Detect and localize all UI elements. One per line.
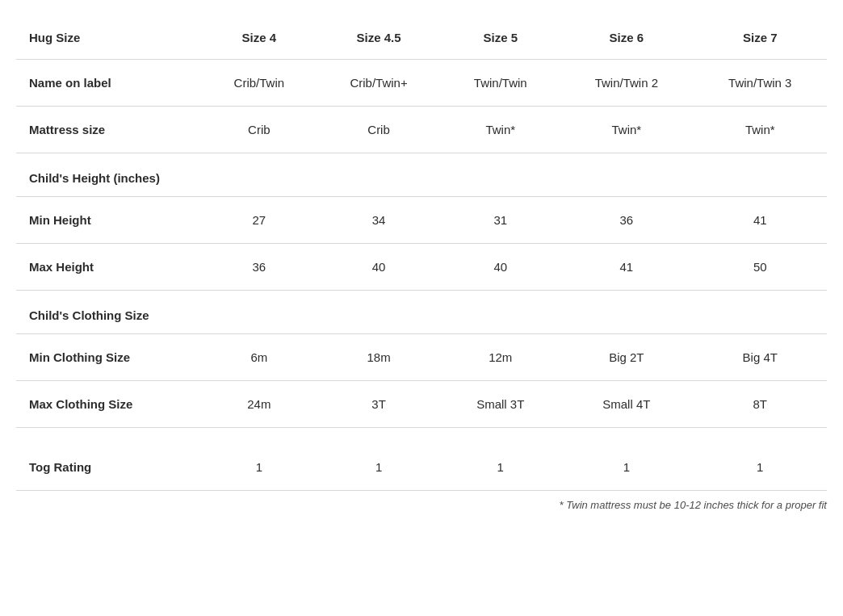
col-header-1: Size 4 xyxy=(202,16,317,60)
row-label: Max Clothing Size xyxy=(16,381,202,428)
cell-1-4: Twin* xyxy=(694,107,827,153)
cell-6-1: 18m xyxy=(317,334,442,381)
cell-6-4: Big 4T xyxy=(694,334,827,381)
table-row: Name on labelCrib/TwinCrib/Twin+Twin/Twi… xyxy=(16,60,827,107)
cell-4-2: 40 xyxy=(441,244,560,291)
row-label: Tog Rating xyxy=(16,444,202,491)
row-label: Min Clothing Size xyxy=(16,334,202,381)
cell-3-1: 34 xyxy=(317,197,442,244)
cell-7-4: 8T xyxy=(694,381,827,428)
col-header-5: Size 7 xyxy=(694,16,827,60)
col-header-3: Size 5 xyxy=(441,16,560,60)
cell-0-4: Twin/Twin 3 xyxy=(694,60,827,107)
cell-7-1: 3T xyxy=(317,381,442,428)
table-row: Min Height2734313641 xyxy=(16,197,827,244)
row-label: Mattress size xyxy=(16,107,202,153)
table-section-header: Child's Clothing Size xyxy=(16,291,827,334)
cell-3-4: 41 xyxy=(694,197,827,244)
cell-0-1: Crib/Twin+ xyxy=(317,60,442,107)
row-label: Min Height xyxy=(16,197,202,244)
cell-7-3: Small 4T xyxy=(560,381,693,428)
cell-6-0: 6m xyxy=(202,334,317,381)
cell-8-3: 1 xyxy=(560,444,693,491)
section-header-label: Child's Clothing Size xyxy=(16,291,827,334)
cell-8-4: 1 xyxy=(694,444,827,491)
cell-3-2: 31 xyxy=(441,197,560,244)
cell-4-1: 40 xyxy=(317,244,442,291)
table-row: Max Clothing Size24m3TSmall 3TSmall 4T8T xyxy=(16,381,827,428)
cell-1-3: Twin* xyxy=(560,107,693,153)
size-chart-table: Hug Size Size 4 Size 4.5 Size 5 Size 6 S… xyxy=(16,16,827,491)
cell-1-2: Twin* xyxy=(441,107,560,153)
cell-0-3: Twin/Twin 2 xyxy=(560,60,693,107)
cell-4-0: 36 xyxy=(202,244,317,291)
cell-0-0: Crib/Twin xyxy=(202,60,317,107)
cell-3-0: 27 xyxy=(202,197,317,244)
col-header-0: Hug Size xyxy=(16,16,202,60)
cell-4-3: 41 xyxy=(560,244,693,291)
col-header-4: Size 6 xyxy=(560,16,693,60)
row-label: Max Height xyxy=(16,244,202,291)
cell-6-2: 12m xyxy=(441,334,560,381)
cell-7-2: Small 3T xyxy=(441,381,560,428)
cell-0-2: Twin/Twin xyxy=(441,60,560,107)
table-section-header: Child's Height (inches) xyxy=(16,153,827,197)
cell-7-0: 24m xyxy=(202,381,317,428)
table-row: Tog Rating11111 xyxy=(16,444,827,491)
row-label: Name on label xyxy=(16,60,202,107)
col-header-2: Size 4.5 xyxy=(317,16,442,60)
footnote-text: * Twin mattress must be 10-12 inches thi… xyxy=(16,491,827,511)
table-header-row: Hug Size Size 4 Size 4.5 Size 5 Size 6 S… xyxy=(16,16,827,60)
cell-1-0: Crib xyxy=(202,107,317,153)
spacer-row xyxy=(16,428,827,445)
table-row: Mattress sizeCribCribTwin*Twin*Twin* xyxy=(16,107,827,153)
cell-8-1: 1 xyxy=(317,444,442,491)
cell-6-3: Big 2T xyxy=(560,334,693,381)
cell-8-2: 1 xyxy=(441,444,560,491)
cell-1-1: Crib xyxy=(317,107,442,153)
cell-3-3: 36 xyxy=(560,197,693,244)
section-header-label: Child's Height (inches) xyxy=(16,153,827,197)
table-row: Max Height3640404150 xyxy=(16,244,827,291)
cell-4-4: 50 xyxy=(694,244,827,291)
cell-8-0: 1 xyxy=(202,444,317,491)
table-row: Min Clothing Size6m18m12mBig 2TBig 4T xyxy=(16,334,827,381)
size-chart-container: Hug Size Size 4 Size 4.5 Size 5 Size 6 S… xyxy=(16,16,827,511)
